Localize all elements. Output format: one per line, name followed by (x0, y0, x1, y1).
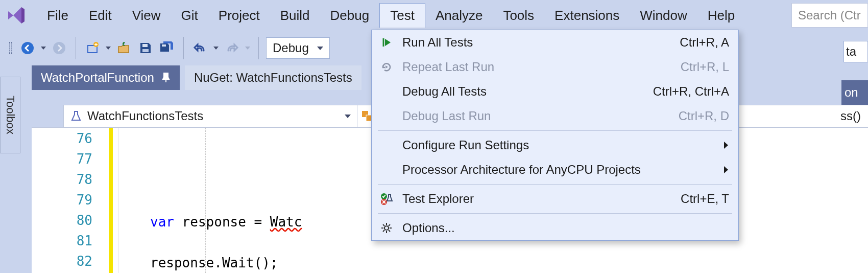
document-tab-watchportal[interactable]: WatchPortalFunction (32, 65, 180, 90)
solution-config-combo[interactable]: Debug (266, 37, 330, 59)
svg-line-18 (383, 230, 384, 232)
line-number: 77 (77, 151, 92, 167)
toolbox-label: Toolbox (4, 96, 17, 134)
line-number: 81 (77, 233, 92, 248)
menu-item-configure-run-settings[interactable]: Configure Run Settings (372, 133, 738, 157)
nav-back-dropdown[interactable] (40, 44, 47, 52)
test-menu-dropdown: Run All Tests Ctrl+R, A Repeat Last Run … (371, 30, 739, 241)
new-project-dropdown[interactable] (105, 44, 112, 52)
svg-line-19 (389, 224, 390, 226)
editor-gutter: 76 77 78 79 80 81 82 (32, 128, 118, 273)
project-name: WatchFunctionsTests (87, 109, 203, 123)
menu-item-label: Options... (402, 221, 455, 235)
change-indicator (109, 128, 113, 273)
svg-point-0 (21, 42, 34, 54)
chevron-right-icon (724, 166, 729, 173)
menu-item-debug-all-tests[interactable]: Debug All Tests Ctrl+R, Ctrl+A (372, 79, 738, 104)
menu-item-label: Run All Tests (402, 35, 473, 50)
menu-item-label: Configure Run Settings (402, 138, 529, 152)
vs-logo-icon (4, 3, 29, 28)
toolbar-separator (258, 37, 259, 59)
line-number: 76 (77, 131, 92, 146)
open-file-button[interactable] (115, 39, 133, 57)
chevron-right-icon (724, 142, 729, 149)
tab-label: WatchPortalFunction (41, 71, 154, 85)
menu-item-debug-last-run: Debug Last Run Ctrl+R, D (372, 104, 738, 128)
project-combo[interactable]: WatchFunctionsTests (64, 105, 357, 127)
menu-item-label: Debug Last Run (402, 109, 491, 123)
test-explorer-icon (379, 191, 394, 207)
menu-analyze[interactable]: Analyze (425, 4, 493, 28)
toolbar-separator (183, 37, 184, 59)
menu-item-options[interactable]: Options... (372, 216, 738, 240)
menu-item-shortcut: Ctrl+E, T (681, 192, 729, 206)
svg-point-1 (53, 42, 65, 54)
svg-rect-5 (142, 49, 149, 52)
pin-icon[interactable] (161, 72, 171, 83)
play-icon (379, 35, 394, 50)
redo-dropdown[interactable] (244, 44, 251, 52)
menu-build[interactable]: Build (270, 4, 320, 28)
menu-item-repeat-last-run: Repeat Last Run Ctrl+R, L (372, 55, 738, 79)
menu-item-label: Debug All Tests (402, 84, 487, 99)
code-line: response.Wait(); (150, 253, 868, 273)
menu-debug[interactable]: Debug (320, 4, 380, 28)
clipped-member-combo[interactable]: ss() (837, 105, 868, 127)
menu-item-shortcut: Ctrl+R, D (679, 109, 729, 123)
nav-forward-button[interactable] (50, 39, 68, 57)
search-placeholder: Search (Ctr (798, 8, 861, 22)
menu-item-test-explorer[interactable]: Test Explorer Ctrl+E, T (372, 187, 738, 211)
menu-file[interactable]: File (37, 4, 79, 28)
menu-project[interactable]: Project (208, 4, 270, 28)
line-number: 82 (77, 254, 92, 269)
undo-dropdown[interactable] (212, 44, 220, 52)
line-number: 79 (77, 192, 92, 208)
menu-edit[interactable]: Edit (79, 4, 122, 28)
menu-item-run-all-tests[interactable]: Run All Tests Ctrl+R, A (372, 30, 738, 55)
menu-item-shortcut: Ctrl+R, A (680, 35, 729, 50)
flask-icon (70, 110, 82, 122)
nav-back-button[interactable] (18, 39, 37, 57)
toolbar-separator (76, 37, 76, 59)
svg-rect-4 (142, 44, 148, 47)
menu-item-shortcut: Ctrl+R, L (681, 60, 729, 74)
document-tab-nuget[interactable]: NuGet: WatchFunctionsTests (185, 65, 361, 90)
menu-window[interactable]: Window (630, 4, 697, 28)
line-number: 78 (77, 172, 92, 187)
menu-git[interactable]: Git (171, 4, 208, 28)
menu-separator (378, 213, 732, 214)
save-all-button[interactable] (158, 39, 176, 57)
menu-item-label: Test Explorer (402, 192, 474, 206)
toolbar-grip-icon (9, 42, 12, 54)
menu-item-shortcut: Ctrl+R, Ctrl+A (653, 84, 729, 99)
search-input[interactable]: Search (Ctr (791, 3, 868, 28)
save-button[interactable] (136, 39, 155, 57)
menu-separator (378, 184, 732, 185)
svg-point-11 (384, 226, 389, 230)
menu-item-processor-architecture[interactable]: Processor Architecture for AnyCPU Projec… (372, 157, 738, 182)
clipped-platform-combo[interactable]: ta (843, 41, 868, 62)
svg-line-16 (383, 224, 384, 226)
menu-item-label: Processor Architecture for AnyCPU Projec… (402, 163, 641, 177)
repeat-icon (379, 59, 394, 75)
solution-config-value: Debug (273, 41, 309, 55)
undo-button[interactable] (191, 39, 209, 57)
menu-help[interactable]: Help (697, 4, 745, 28)
redo-button[interactable] (223, 39, 241, 57)
menu-separator (378, 130, 732, 131)
tab-label: NuGet: WatchFunctionsTests (194, 71, 352, 85)
svg-rect-6 (162, 44, 166, 47)
clipped-tab[interactable]: on (841, 80, 868, 105)
menu-item-label: Repeat Last Run (402, 60, 494, 74)
menu-view[interactable]: View (122, 4, 171, 28)
line-number: 80 (77, 213, 92, 228)
svg-line-17 (389, 230, 390, 232)
menu-tools[interactable]: Tools (493, 4, 544, 28)
menu-extensions[interactable]: Extensions (544, 4, 630, 28)
main-menu-bar: File Edit View Git Project Build Debug T… (0, 0, 868, 31)
menu-test[interactable]: Test (379, 3, 425, 28)
new-project-button[interactable] (83, 39, 102, 57)
toolbox-sidetab[interactable]: Toolbox (0, 77, 20, 153)
gear-icon (379, 220, 394, 236)
indent-guide (205, 128, 206, 273)
